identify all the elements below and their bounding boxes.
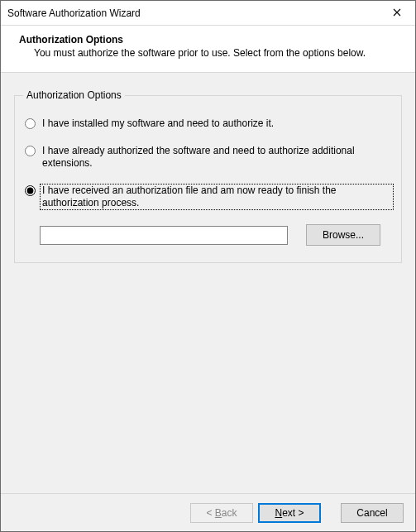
wizard-header: Authorization Options You must authorize… [1, 26, 415, 73]
radio-received-file[interactable] [25, 185, 36, 196]
option-received-file[interactable]: I have received an authorization file an… [25, 185, 393, 209]
back-button: < Back [190, 503, 253, 523]
group-legend: Authorization Options [23, 89, 125, 101]
browse-button[interactable]: Browse... [306, 224, 380, 246]
next-button[interactable]: Next > [258, 503, 321, 523]
cancel-button[interactable]: Cancel [341, 503, 404, 523]
option-install-authorize[interactable]: I have installed my software and need to… [25, 117, 393, 130]
option-additional-extensions[interactable]: I have already authorized the software a… [25, 145, 393, 170]
radio-install-authorize[interactable] [25, 118, 36, 129]
close-icon [393, 7, 401, 19]
page-subtitle: You must authorize the software prior to… [34, 47, 402, 59]
wizard-body: Authorization Options I have installed m… [1, 73, 415, 493]
file-row: Browse... [40, 224, 393, 246]
authorization-file-input[interactable] [40, 226, 288, 245]
option-label: I have already authorized the software a… [41, 145, 393, 170]
wizard-footer: < Back Next > Cancel [1, 493, 415, 531]
close-button[interactable] [378, 1, 415, 25]
authorization-options-group: Authorization Options I have installed m… [14, 89, 402, 263]
option-label: I have received an authorization file an… [41, 185, 393, 209]
radio-additional-extensions[interactable] [25, 146, 36, 156]
window-title: Software Authorization Wizard [7, 7, 141, 19]
title-bar: Software Authorization Wizard [1, 1, 415, 26]
page-title: Authorization Options [19, 34, 402, 46]
option-label: I have installed my software and need to… [41, 117, 393, 130]
